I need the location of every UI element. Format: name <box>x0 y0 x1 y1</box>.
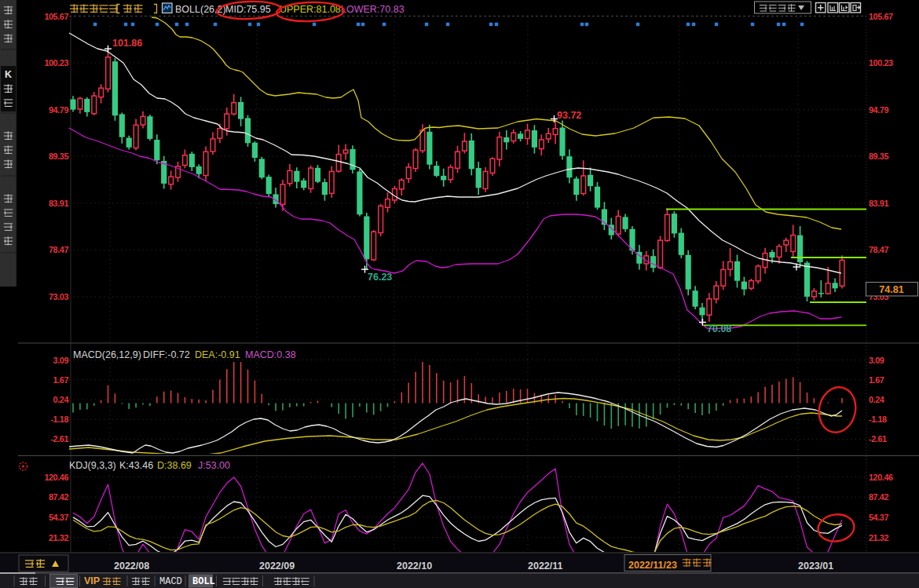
svg-text:100.23: 100.23 <box>869 58 893 68</box>
svg-text:-1.18: -1.18 <box>869 415 887 424</box>
svg-text:105.67: 105.67 <box>44 12 68 21</box>
svg-text:2022/09: 2022/09 <box>259 561 295 572</box>
svg-text:J:53.00: J:53.00 <box>198 460 230 471</box>
svg-text:83.91: 83.91 <box>49 199 68 208</box>
svg-text:89.35: 89.35 <box>869 152 888 161</box>
svg-text:73.03: 73.03 <box>49 292 68 301</box>
svg-text:94.79: 94.79 <box>49 105 68 115</box>
svg-text:-2.61: -2.61 <box>869 434 887 444</box>
svg-text:2023/01: 2023/01 <box>798 561 833 572</box>
svg-text:3.09: 3.09 <box>869 356 884 365</box>
svg-text:54.37: 54.37 <box>869 513 888 522</box>
svg-text:BOLL: BOLL <box>192 576 215 587</box>
svg-text:89.35: 89.35 <box>49 152 68 161</box>
svg-text:74.81: 74.81 <box>879 284 903 295</box>
svg-text:DEA:-0.91: DEA:-0.91 <box>195 349 240 360</box>
svg-text:70.08: 70.08 <box>707 323 731 334</box>
svg-text:54.37: 54.37 <box>49 513 68 522</box>
svg-text:1.67: 1.67 <box>53 375 69 385</box>
svg-text:1.67: 1.67 <box>869 375 884 385</box>
svg-text:78.47: 78.47 <box>49 245 68 254</box>
svg-text:87.42: 87.42 <box>869 492 888 502</box>
svg-text:-2.61: -2.61 <box>50 434 68 444</box>
svg-text:101.86: 101.86 <box>112 38 142 49</box>
svg-text:D:38.69: D:38.69 <box>157 460 192 471</box>
svg-text:87.42: 87.42 <box>49 492 68 502</box>
svg-text:120.46: 120.46 <box>44 473 68 482</box>
svg-text:21.32: 21.32 <box>869 533 888 542</box>
svg-text:DIFF:-0.72: DIFF:-0.72 <box>143 349 190 360</box>
svg-text:2022/10: 2022/10 <box>397 561 432 572</box>
svg-text:78.47: 78.47 <box>869 245 888 254</box>
svg-text:3.09: 3.09 <box>53 356 69 365</box>
svg-text:0.24: 0.24 <box>53 395 69 404</box>
svg-text:93.72: 93.72 <box>557 110 581 121</box>
svg-text:LOWER:70.83: LOWER:70.83 <box>341 4 405 15</box>
svg-text:-1.18: -1.18 <box>50 415 68 424</box>
svg-text:83.91: 83.91 <box>869 199 888 208</box>
svg-text:76.23: 76.23 <box>368 272 392 283</box>
svg-text:2022/11: 2022/11 <box>528 561 563 572</box>
svg-text:94.79: 94.79 <box>869 105 888 115</box>
svg-text:0.24: 0.24 <box>869 395 884 404</box>
svg-text:KDJ(9,3,3): KDJ(9,3,3) <box>69 460 116 471</box>
svg-text:K: K <box>5 69 12 80</box>
svg-text:MACD:0.38: MACD:0.38 <box>245 349 296 360</box>
svg-text:105.67: 105.67 <box>869 12 893 21</box>
svg-text:21.32: 21.32 <box>49 533 68 542</box>
svg-text:100.23: 100.23 <box>44 58 68 68</box>
svg-text:MACD: MACD <box>159 576 182 587</box>
svg-text:2022/11/23: 2022/11/23 <box>628 560 677 571</box>
svg-text:120.46: 120.46 <box>869 473 893 482</box>
svg-text:VIP: VIP <box>84 575 100 586</box>
svg-text:2022/08: 2022/08 <box>114 561 149 572</box>
svg-text:MID:75.95: MID:75.95 <box>225 4 271 15</box>
svg-text:MACD(26,12,9): MACD(26,12,9) <box>73 349 141 360</box>
svg-text:K:43.46: K:43.46 <box>119 460 153 471</box>
